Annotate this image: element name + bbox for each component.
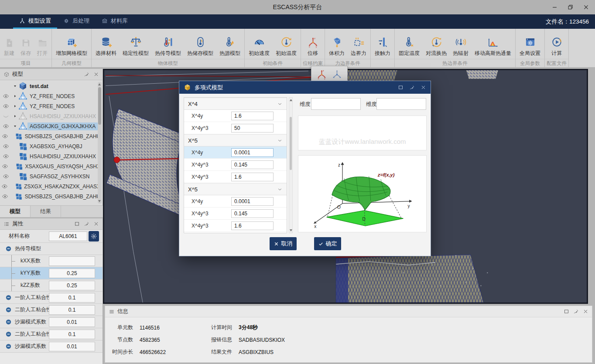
maximize-icon[interactable]: [398, 85, 404, 90]
scroll-down-icon[interactable]: [98, 200, 101, 202]
fixed-temperature-button[interactable]: 固定温度: [396, 35, 423, 58]
term-value-input[interactable]: [231, 173, 274, 181]
close-icon[interactable]: [93, 221, 99, 227]
pin-icon[interactable]: [84, 71, 89, 77]
caret-right-icon[interactable]: [12, 104, 18, 108]
polynomial-term-row[interactable]: X^4y^3: [184, 122, 287, 134]
select-material-button[interactable]: 选择材料: [92, 35, 120, 58]
heat-source-button[interactable]: 热源模型: [216, 35, 243, 58]
moving-gauss-flux-button[interactable]: 移动高斯热通量: [472, 35, 514, 58]
property-value-input[interactable]: [49, 342, 95, 351]
visibility-toggle[interactable]: [0, 163, 10, 170]
cancel-button[interactable]: 取消: [270, 237, 297, 250]
stability-model-button[interactable]: 稳定性模型: [120, 35, 152, 58]
scroll-up-icon[interactable]: [290, 99, 292, 101]
visibility-toggle[interactable]: [0, 173, 12, 180]
pin-icon[interactable]: [409, 85, 415, 90]
property-row[interactable]: 沙漏模式系数: [0, 316, 103, 328]
property-value-input[interactable]: [49, 293, 95, 303]
tree-item[interactable]: SAGFASGZ_ASYHHXSN: [0, 171, 103, 181]
caret-right-icon[interactable]: [12, 114, 18, 118]
property-row[interactable]: 一阶人工粘合性: [0, 292, 103, 304]
body-force-button[interactable]: 体积力: [326, 35, 348, 58]
add-mesh-model-button[interactable]: 增加网格模型: [53, 35, 90, 58]
scrollbar-thumb[interactable]: [290, 117, 292, 170]
dialog-list-scrollbar[interactable]: [289, 97, 293, 233]
property-value-input[interactable]: [49, 256, 95, 266]
material-name-input[interactable]: [49, 231, 87, 241]
tree-item[interactable]: HSAUHDISU_JZXIUXHAHX: [0, 151, 103, 161]
caret-down-icon[interactable]: [12, 124, 18, 128]
tree-item[interactable]: XSAXGAUS_AISYAQSH_ASHX: [0, 161, 103, 171]
initial-temperature-button[interactable]: 初始温度: [273, 35, 300, 58]
term-value-input[interactable]: [231, 148, 274, 157]
term-value-input[interactable]: [231, 160, 274, 169]
collapse-minus-icon[interactable]: [5, 331, 12, 337]
collapse-minus-icon[interactable]: [5, 245, 12, 252]
term-value-input[interactable]: [231, 124, 274, 133]
visibility-toggle-off[interactable]: [0, 113, 12, 119]
property-value-input[interactable]: [49, 317, 95, 327]
property-value-input[interactable]: [49, 281, 95, 290]
tree-item[interactable]: YZ_FREE_NODES: [0, 101, 103, 111]
polynomial-section-header[interactable]: X^5: [184, 134, 287, 146]
property-row[interactable]: kZZ系数: [0, 279, 103, 292]
pin-icon[interactable]: [84, 221, 89, 227]
scroll-up-icon[interactable]: [98, 83, 101, 85]
property-value-input[interactable]: [49, 269, 95, 278]
boundary-force-button[interactable]: 边界力: [348, 35, 369, 58]
tab-model-setup[interactable]: 模型设置: [13, 14, 57, 29]
compute-button[interactable]: 计算: [548, 35, 566, 58]
visibility-toggle[interactable]: [0, 153, 12, 160]
global-settings-button[interactable]: 全局设置: [516, 35, 544, 58]
polynomial-term-row[interactable]: X^4y^3: [184, 220, 287, 232]
contact-force-button[interactable]: 接触力: [372, 35, 393, 58]
tree-item[interactable]: SDHSBJZS_GHSABJHB_ZAHU: [0, 131, 103, 141]
initial-velocity-button[interactable]: 初始速度: [246, 35, 273, 58]
tab-post-process[interactable]: 后处理: [57, 14, 96, 29]
polynomial-term-row[interactable]: X^4y: [184, 195, 287, 208]
pin-icon[interactable]: [573, 309, 579, 314]
tab-material-library[interactable]: 材料库: [96, 14, 134, 29]
collapse-minus-icon[interactable]: [5, 343, 12, 350]
tree-item[interactable]: ZSXGX_HSAKAZNZXK_AHASX: [0, 181, 103, 191]
property-value-input[interactable]: [49, 330, 95, 339]
term-value-input[interactable]: [231, 197, 274, 206]
visibility-toggle[interactable]: [0, 143, 12, 150]
close-icon[interactable]: [583, 309, 588, 314]
polynomial-term-row[interactable]: X^4y: [184, 146, 287, 159]
dimension-input-1[interactable]: [311, 98, 361, 110]
property-row[interactable]: 二阶人工粘合性: [0, 304, 103, 316]
close-icon[interactable]: [93, 71, 99, 77]
tree-scrollbar[interactable]: [98, 82, 102, 204]
polynomial-section-header[interactable]: X^5: [184, 183, 287, 195]
polynomial-term-row[interactable]: X^4y^3: [184, 159, 287, 171]
tree-item[interactable]: AGSGKJKG_GJHXAJKHXA: [0, 121, 103, 131]
heat-conduction-button[interactable]: 热传导模型: [152, 35, 184, 58]
polynomial-term-row[interactable]: X^4y^3: [184, 171, 287, 183]
flyout-displacement-blue-icon[interactable]: [332, 69, 342, 80]
heat-storage-button[interactable]: 热储存模型: [184, 35, 216, 58]
thermal-radiation-button[interactable]: 热辐射: [450, 35, 472, 58]
tree-item[interactable]: test.dat: [0, 81, 103, 91]
panel-tab-model[interactable]: 模型: [0, 206, 31, 217]
material-settings-button[interactable]: [89, 231, 99, 242]
polynomial-term-row[interactable]: X^4y: [184, 110, 287, 122]
scrollbar-thumb[interactable]: [98, 87, 101, 125]
tree-item[interactable]: XAGBSXG_AYHAQBJ: [0, 141, 103, 151]
tree-item[interactable]: YZ_FREE_NODES: [0, 91, 103, 101]
dimension-input-2[interactable]: [376, 98, 426, 110]
visibility-toggle[interactable]: [0, 93, 12, 99]
property-value-input[interactable]: [49, 305, 95, 315]
caret-right-icon[interactable]: [12, 94, 18, 98]
convection-button[interactable]: 对流换热: [423, 35, 450, 58]
property-row[interactable]: 热传导模型: [0, 243, 103, 255]
flyout-displacement-icon[interactable]: zxy: [316, 69, 327, 80]
panel-tab-results[interactable]: 结果: [31, 206, 61, 217]
term-value-input[interactable]: [231, 112, 274, 120]
close-button[interactable]: [581, 3, 591, 12]
tree-item[interactable]: SDHSBJZS_GHSABJHB_ZAHU: [0, 191, 103, 201]
collapse-minus-icon[interactable]: [5, 306, 12, 313]
maximize-icon[interactable]: [564, 309, 569, 314]
visibility-toggle[interactable]: [0, 183, 10, 190]
